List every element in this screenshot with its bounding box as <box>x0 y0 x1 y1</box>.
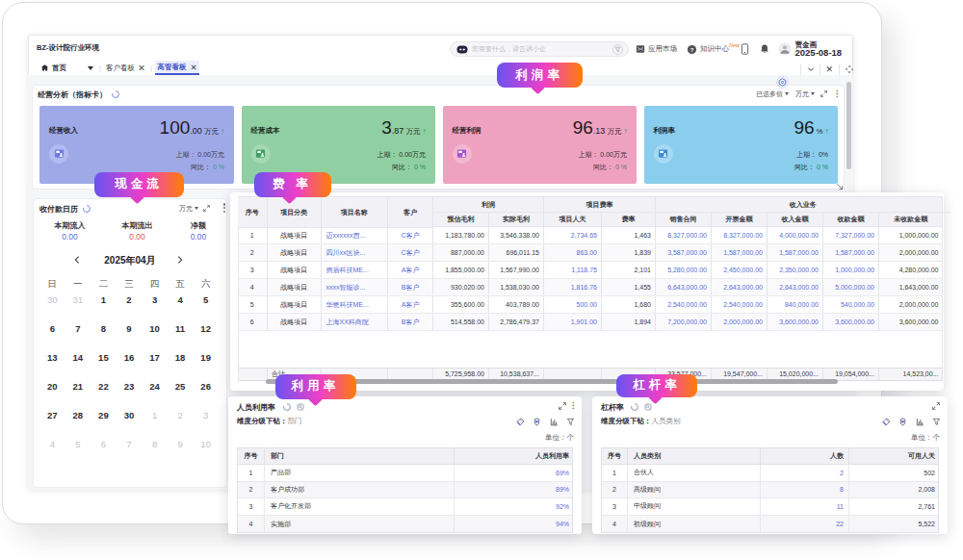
svg-text:?: ? <box>690 46 694 52</box>
